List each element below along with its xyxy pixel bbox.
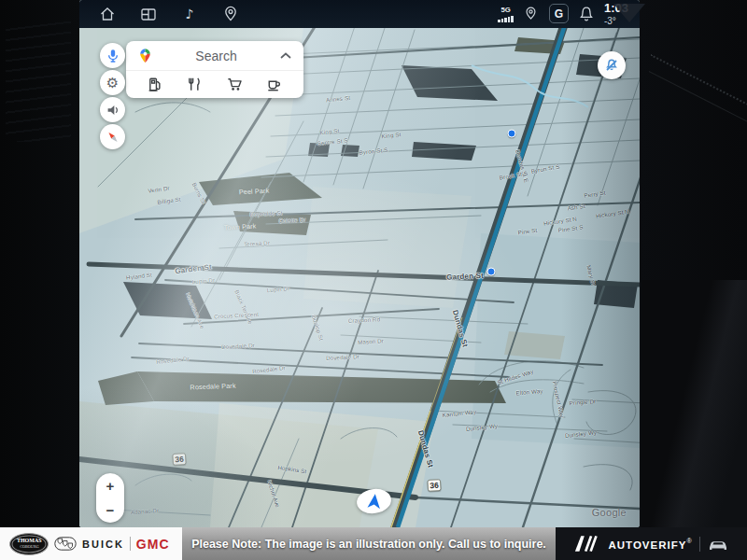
location-pin-icon[interactable]	[221, 5, 240, 23]
search-categories	[126, 71, 303, 98]
shopping-icon[interactable]	[226, 76, 244, 93]
speaker-icon	[105, 102, 121, 119]
air-vent	[6, 21, 71, 142]
microphone-icon	[105, 48, 121, 64]
buick-wordmark: BUICK	[82, 539, 124, 550]
dash-stitching	[651, 54, 747, 109]
mute-navigation-button[interactable]	[598, 51, 626, 79]
chevron-up-icon[interactable]	[279, 52, 292, 60]
search-placeholder: Search	[153, 49, 279, 63]
search-input[interactable]: Search	[126, 41, 303, 71]
dealer-banner: THOMAS COBOURG BUICK GMC Please Note: Th…	[0, 527, 747, 560]
car-icon	[708, 538, 728, 551]
zoom-controls: + −	[96, 473, 124, 523]
signal-5g-icon: 5G	[498, 6, 514, 22]
touchscreen: Verin DrBilliga StBurns StPeel ParkReyno…	[79, 0, 640, 527]
zoom-in-button[interactable]: +	[96, 473, 124, 498]
bell-slash-icon	[602, 56, 621, 75]
account-badge[interactable]: G	[549, 4, 569, 23]
dealer-logos: THOMAS COBOURG BUICK GMC	[0, 527, 182, 560]
infotainment-photo: Verin DrBilliga StBurns StPeel ParkReyno…	[0, 0, 747, 560]
dash-reflection	[613, 4, 645, 22]
status-bar: ♪ 5G G	[79, 0, 640, 28]
divider	[130, 537, 131, 551]
voice-input-button[interactable]	[100, 43, 125, 68]
dash-trim	[641, 280, 747, 527]
settings-button[interactable]: ⚙	[100, 70, 125, 95]
autoverify-branding: AUTOVERIFY®	[556, 527, 747, 560]
divider	[699, 537, 700, 552]
gas-stations-icon[interactable]	[147, 76, 164, 93]
thomas-cobourg-logo: THOMAS COBOURG	[9, 533, 49, 555]
disclaimer-strip: Please Note: The image is an illustratio…	[182, 527, 556, 560]
autoverify-logo-icon	[574, 535, 600, 553]
registered-mark: ®	[686, 537, 691, 543]
dashboard-bezel-right	[640, 0, 747, 527]
google-watermark: Google	[592, 507, 627, 518]
autoverify-wordmark: AUTOVERIFY	[608, 539, 686, 551]
dashboard-bezel-left	[0, 0, 79, 527]
navigation-arrow-icon	[365, 492, 384, 511]
compass-icon	[105, 129, 121, 146]
apps-grid-icon[interactable]	[139, 5, 158, 23]
gmc-logo: GMC	[136, 537, 170, 552]
zoom-out-button[interactable]: −	[96, 498, 124, 524]
volume-button[interactable]	[100, 97, 125, 122]
location-sharing-icon[interactable]	[522, 5, 541, 23]
coffee-icon[interactable]	[265, 76, 283, 93]
notifications-bell-icon[interactable]	[577, 5, 596, 23]
disclaimer-text: Please Note: The image is an illustratio…	[191, 538, 546, 551]
restaurants-icon[interactable]	[186, 76, 204, 93]
search-card: Search	[126, 41, 303, 98]
home-icon[interactable]	[98, 5, 117, 23]
compass-button[interactable]	[100, 124, 125, 149]
gear-icon: ⚙	[106, 75, 119, 91]
music-icon[interactable]: ♪	[180, 5, 199, 23]
google-maps-pin-icon	[137, 48, 153, 63]
buick-trishield-icon	[54, 537, 77, 551]
